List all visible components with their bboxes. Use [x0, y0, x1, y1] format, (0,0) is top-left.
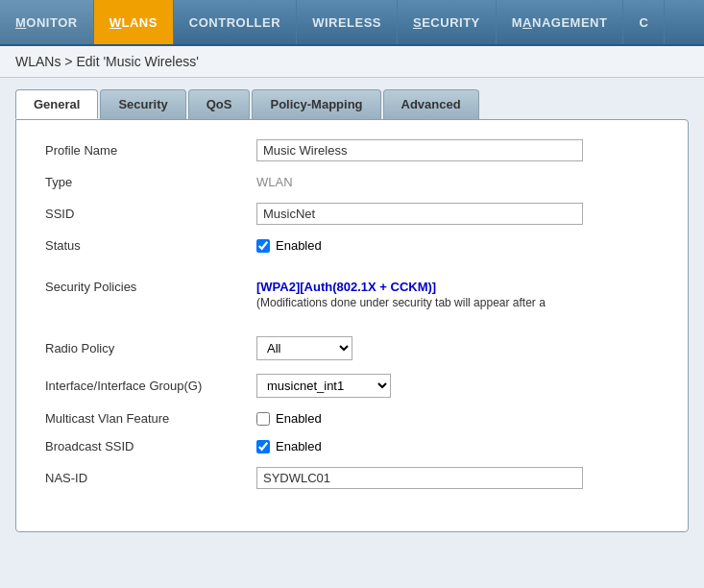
type-value: WLAN	[256, 175, 659, 189]
form-panel: Profile Name Type WLAN SSID Status	[15, 119, 689, 532]
interface-row: Interface/Interface Group(G) musicnet_in…	[45, 374, 659, 398]
interface-select[interactable]: musicnet_int1 management virtual	[256, 374, 391, 398]
multicast-checkbox[interactable]	[256, 412, 270, 426]
profile-name-input[interactable]	[256, 139, 583, 161]
profile-name-value	[256, 139, 659, 161]
radio-policy-value: All 802.11a Only 802.11b/g Only 802.11g …	[256, 336, 659, 360]
type-row: Type WLAN	[45, 175, 659, 189]
nas-id-label: NAS-ID	[45, 471, 256, 485]
nav-management[interactable]: MANAGEMENT	[497, 0, 624, 44]
multicast-value: Enabled	[256, 411, 659, 426]
top-nav: MONITOR WLANs CONTROLLER WIRELESS SECURI…	[0, 0, 704, 46]
multicast-checkbox-row: Enabled	[256, 411, 659, 426]
status-checkbox-row: Enabled	[256, 238, 659, 253]
nav-security[interactable]: SECURITY	[398, 0, 497, 44]
broadcast-checkbox[interactable]	[256, 440, 270, 453]
nas-id-value	[256, 467, 659, 489]
status-row: Status Enabled	[45, 238, 659, 253]
nav-wlans[interactable]: WLANs	[94, 0, 174, 44]
type-label: Type	[45, 175, 256, 189]
tab-qos[interactable]: QoS	[188, 89, 251, 119]
nav-monitor[interactable]: MONITOR	[0, 0, 94, 44]
broadcast-text: Enabled	[276, 439, 322, 453]
tab-bar: General Security QoS Policy-Mapping Adva…	[15, 89, 689, 119]
nav-wireless[interactable]: WIRELESS	[297, 0, 398, 44]
tab-policy-mapping[interactable]: Policy-Mapping	[252, 89, 380, 119]
ssid-row: SSID	[45, 203, 659, 225]
ssid-value	[256, 203, 659, 225]
status-label: Status	[45, 238, 256, 253]
tab-advanced[interactable]: Advanced	[383, 89, 479, 119]
tab-security[interactable]: Security	[100, 89, 185, 119]
radio-policy-label: Radio Policy	[45, 341, 256, 355]
radio-policy-row: Radio Policy All 802.11a Only 802.11b/g …	[45, 336, 659, 360]
multicast-label: Multicast Vlan Feature	[45, 411, 256, 426]
multicast-row: Multicast Vlan Feature Enabled	[45, 411, 659, 426]
content-area: General Security QoS Policy-Mapping Adva…	[0, 78, 704, 588]
broadcast-label: Broadcast SSID	[45, 439, 256, 453]
interface-label: Interface/Interface Group(G)	[45, 379, 256, 393]
nas-id-row: NAS-ID	[45, 467, 659, 489]
status-checkbox[interactable]	[256, 239, 270, 253]
broadcast-checkbox-row: Enabled	[256, 439, 659, 453]
breadcrumb: WLANs > Edit 'Music Wireless'	[0, 46, 704, 78]
security-policies-row: Security Policies [WPA2][Auth(802.1X + C…	[45, 280, 659, 309]
nav-more[interactable]: C	[623, 0, 665, 44]
profile-name-label: Profile Name	[45, 143, 256, 158]
interface-value: musicnet_int1 management virtual	[256, 374, 659, 398]
ssid-label: SSID	[45, 207, 256, 221]
multicast-text: Enabled	[276, 411, 322, 426]
spacer1	[45, 266, 659, 280]
status-text: Enabled	[276, 238, 322, 253]
radio-policy-select[interactable]: All 802.11a Only 802.11b/g Only 802.11g …	[256, 336, 352, 360]
nas-id-input[interactable]	[256, 467, 583, 489]
profile-name-row: Profile Name	[45, 139, 659, 161]
nav-controller[interactable]: CONTROLLER	[174, 0, 297, 44]
ssid-input[interactable]	[256, 203, 583, 225]
broadcast-row: Broadcast SSID Enabled	[45, 439, 659, 453]
security-policies-value: [WPA2][Auth(802.1X + CCKM)] (Modificatio…	[256, 280, 659, 309]
security-policy-note: (Modifications done under security tab w…	[256, 296, 659, 309]
broadcast-value: Enabled	[256, 439, 659, 453]
tab-general[interactable]: General	[15, 89, 98, 119]
security-policies-label: Security Policies	[45, 280, 256, 294]
security-policy-text: [WPA2][Auth(802.1X + CCKM)]	[256, 280, 659, 294]
spacer2	[45, 323, 659, 336]
status-value: Enabled	[256, 238, 659, 253]
